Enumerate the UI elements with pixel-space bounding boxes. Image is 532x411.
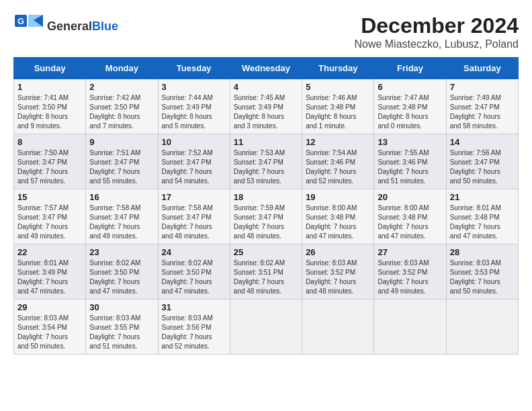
calendar-cell: 20Sunrise: 8:00 AM Sunset: 3:48 PM Dayli…	[374, 189, 446, 244]
day-info: Sunrise: 8:03 AM Sunset: 3:53 PM Dayligh…	[450, 259, 515, 296]
calendar-cell: 1Sunrise: 7:41 AM Sunset: 3:50 PM Daylig…	[14, 79, 86, 134]
day-info: Sunrise: 8:00 AM Sunset: 3:48 PM Dayligh…	[306, 203, 370, 241]
day-number: 7	[450, 82, 515, 92]
calendar-cell: 28Sunrise: 8:03 AM Sunset: 3:53 PM Dayli…	[446, 244, 518, 300]
calendar-cell: 23Sunrise: 8:02 AM Sunset: 3:50 PM Dayli…	[86, 244, 158, 300]
day-info: Sunrise: 8:03 AM Sunset: 3:52 PM Dayligh…	[306, 259, 370, 296]
day-info: Sunrise: 8:03 AM Sunset: 3:56 PM Dayligh…	[162, 314, 226, 351]
calendar-cell: 19Sunrise: 8:00 AM Sunset: 3:48 PM Dayli…	[302, 189, 374, 244]
day-info: Sunrise: 8:02 AM Sunset: 3:51 PM Dayligh…	[234, 259, 298, 296]
day-info: Sunrise: 8:01 AM Sunset: 3:49 PM Dayligh…	[17, 259, 82, 296]
location-title: Nowe Miasteczko, Lubusz, Poland	[354, 38, 519, 50]
day-info: Sunrise: 7:42 AM Sunset: 3:50 PM Dayligh…	[89, 93, 154, 131]
day-info: Sunrise: 7:58 AM Sunset: 3:47 PM Dayligh…	[162, 203, 226, 241]
col-saturday: Saturday	[446, 58, 518, 79]
calendar-cell: 6Sunrise: 7:47 AM Sunset: 3:48 PM Daylig…	[374, 79, 446, 134]
calendar-cell: 10Sunrise: 7:52 AM Sunset: 3:47 PM Dayli…	[158, 134, 230, 189]
day-info: Sunrise: 8:03 AM Sunset: 3:52 PM Dayligh…	[378, 259, 442, 296]
calendar-week-row: 22Sunrise: 8:01 AM Sunset: 3:49 PM Dayli…	[14, 244, 519, 300]
day-info: Sunrise: 7:58 AM Sunset: 3:47 PM Dayligh…	[89, 203, 154, 241]
calendar-cell: 8Sunrise: 7:50 AM Sunset: 3:47 PM Daylig…	[14, 134, 86, 189]
day-info: Sunrise: 8:01 AM Sunset: 3:48 PM Dayligh…	[450, 203, 515, 241]
day-number: 1	[17, 82, 82, 92]
calendar-cell: 13Sunrise: 7:55 AM Sunset: 3:46 PM Dayli…	[374, 134, 446, 189]
day-number: 23	[89, 247, 154, 257]
calendar-cell: 5Sunrise: 7:46 AM Sunset: 3:48 PM Daylig…	[302, 79, 374, 134]
day-info: Sunrise: 7:51 AM Sunset: 3:47 PM Dayligh…	[89, 148, 154, 186]
calendar-cell: 11Sunrise: 7:53 AM Sunset: 3:47 PM Dayli…	[230, 134, 302, 189]
calendar-cell: 14Sunrise: 7:56 AM Sunset: 3:47 PM Dayli…	[446, 134, 518, 189]
page-header: G GeneralBlue December 2024 Nowe Miastec…	[13, 13, 519, 50]
calendar-cell: 16Sunrise: 7:58 AM Sunset: 3:47 PM Dayli…	[86, 189, 158, 244]
calendar-cell: 2Sunrise: 7:42 AM Sunset: 3:50 PM Daylig…	[86, 79, 158, 134]
day-info: Sunrise: 8:02 AM Sunset: 3:50 PM Dayligh…	[162, 259, 226, 296]
day-info: Sunrise: 7:54 AM Sunset: 3:46 PM Dayligh…	[306, 148, 370, 186]
day-number: 29	[17, 302, 82, 312]
calendar-week-row: 8Sunrise: 7:50 AM Sunset: 3:47 PM Daylig…	[14, 134, 519, 189]
day-number: 13	[378, 137, 442, 147]
col-sunday: Sunday	[14, 58, 86, 79]
calendar-cell	[446, 300, 518, 355]
calendar-cell: 7Sunrise: 7:49 AM Sunset: 3:47 PM Daylig…	[446, 79, 518, 134]
day-number: 3	[162, 82, 226, 92]
title-area: December 2024 Nowe Miasteczko, Lubusz, P…	[354, 13, 519, 50]
calendar-week-row: 29Sunrise: 8:03 AM Sunset: 3:54 PM Dayli…	[14, 300, 519, 355]
day-info: Sunrise: 8:00 AM Sunset: 3:48 PM Dayligh…	[378, 203, 442, 241]
day-info: Sunrise: 7:56 AM Sunset: 3:47 PM Dayligh…	[450, 148, 515, 186]
calendar-cell: 17Sunrise: 7:58 AM Sunset: 3:47 PM Dayli…	[158, 189, 230, 244]
day-number: 21	[450, 192, 515, 202]
day-number: 11	[234, 137, 298, 147]
day-number: 20	[378, 192, 442, 202]
day-number: 22	[17, 247, 82, 257]
day-number: 5	[306, 82, 370, 92]
calendar-cell: 31Sunrise: 8:03 AM Sunset: 3:56 PM Dayli…	[158, 300, 230, 355]
day-info: Sunrise: 7:41 AM Sunset: 3:50 PM Dayligh…	[17, 93, 82, 131]
calendar-cell: 3Sunrise: 7:44 AM Sunset: 3:49 PM Daylig…	[158, 79, 230, 134]
col-tuesday: Tuesday	[158, 58, 230, 79]
day-number: 27	[378, 247, 442, 257]
day-number: 2	[89, 82, 154, 92]
calendar-cell: 29Sunrise: 8:03 AM Sunset: 3:54 PM Dayli…	[14, 300, 86, 355]
day-number: 24	[162, 247, 226, 257]
calendar-cell: 26Sunrise: 8:03 AM Sunset: 3:52 PM Dayli…	[302, 244, 374, 300]
calendar-cell: 24Sunrise: 8:02 AM Sunset: 3:50 PM Dayli…	[158, 244, 230, 300]
calendar-cell: 15Sunrise: 7:57 AM Sunset: 3:47 PM Dayli…	[14, 189, 86, 244]
day-number: 25	[234, 247, 298, 257]
day-number: 6	[378, 82, 442, 92]
calendar-week-row: 1Sunrise: 7:41 AM Sunset: 3:50 PM Daylig…	[14, 79, 519, 134]
calendar-cell: 22Sunrise: 8:01 AM Sunset: 3:49 PM Dayli…	[14, 244, 86, 300]
day-number: 10	[162, 137, 226, 147]
day-number: 15	[17, 192, 82, 202]
day-number: 30	[89, 302, 154, 312]
calendar-cell: 18Sunrise: 7:59 AM Sunset: 3:47 PM Dayli…	[230, 189, 302, 244]
svg-text:G: G	[17, 16, 24, 26]
day-info: Sunrise: 7:44 AM Sunset: 3:49 PM Dayligh…	[162, 93, 226, 131]
logo-blue: Blue	[92, 19, 118, 33]
day-number: 9	[89, 137, 154, 147]
calendar-cell: 27Sunrise: 8:03 AM Sunset: 3:52 PM Dayli…	[374, 244, 446, 300]
calendar-cell: 30Sunrise: 8:03 AM Sunset: 3:55 PM Dayli…	[86, 300, 158, 355]
day-info: Sunrise: 8:03 AM Sunset: 3:55 PM Dayligh…	[89, 314, 154, 351]
day-info: Sunrise: 7:46 AM Sunset: 3:48 PM Dayligh…	[306, 93, 370, 131]
day-number: 17	[162, 192, 226, 202]
col-wednesday: Wednesday	[230, 58, 302, 79]
day-info: Sunrise: 7:55 AM Sunset: 3:46 PM Dayligh…	[378, 148, 442, 186]
calendar-cell: 12Sunrise: 7:54 AM Sunset: 3:46 PM Dayli…	[302, 134, 374, 189]
day-info: Sunrise: 7:53 AM Sunset: 3:47 PM Dayligh…	[234, 148, 298, 186]
month-title: December 2024	[354, 13, 519, 38]
calendar-header-row: Sunday Monday Tuesday Wednesday Thursday…	[14, 58, 519, 79]
calendar-cell: 4Sunrise: 7:45 AM Sunset: 3:49 PM Daylig…	[230, 79, 302, 134]
calendar-cell	[374, 300, 446, 355]
day-info: Sunrise: 7:57 AM Sunset: 3:47 PM Dayligh…	[17, 203, 82, 241]
day-info: Sunrise: 7:47 AM Sunset: 3:48 PM Dayligh…	[378, 93, 442, 131]
day-number: 12	[306, 137, 370, 147]
day-info: Sunrise: 7:49 AM Sunset: 3:47 PM Dayligh…	[450, 93, 515, 131]
day-number: 14	[450, 137, 515, 147]
day-number: 8	[17, 137, 82, 147]
calendar-cell: 25Sunrise: 8:02 AM Sunset: 3:51 PM Dayli…	[230, 244, 302, 300]
calendar-cell	[302, 300, 374, 355]
calendar-week-row: 15Sunrise: 7:57 AM Sunset: 3:47 PM Dayli…	[14, 189, 519, 244]
day-number: 31	[162, 302, 226, 312]
calendar-table: Sunday Monday Tuesday Wednesday Thursday…	[13, 57, 519, 355]
day-info: Sunrise: 8:02 AM Sunset: 3:50 PM Dayligh…	[89, 259, 154, 296]
